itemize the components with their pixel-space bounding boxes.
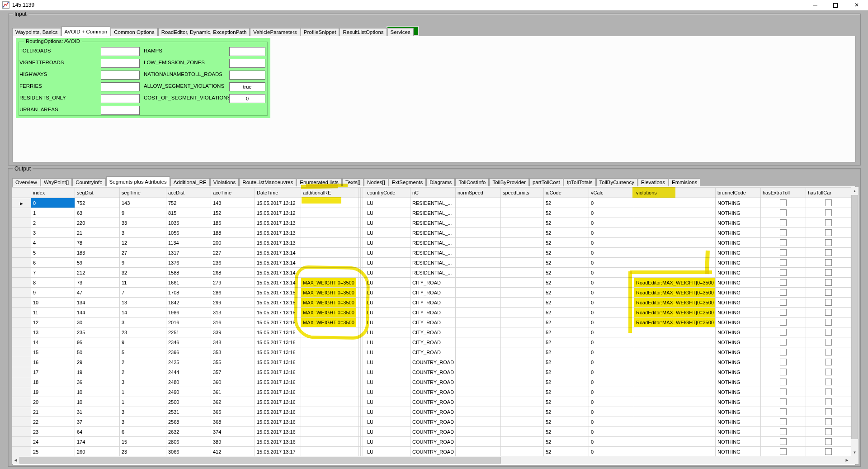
hastollcar-checkbox[interactable]	[825, 408, 832, 415]
cell-additionalre[interactable]	[301, 268, 356, 278]
cell-accdist[interactable]: 815	[166, 208, 211, 218]
cell-speedlimits[interactable]	[501, 427, 544, 437]
cell-accdist[interactable]: 1842	[166, 298, 211, 308]
cell-brunnelcode[interactable]: NOTHING	[716, 208, 761, 218]
cell-segdist[interactable]: 29	[75, 357, 120, 367]
hastollcar-checkbox[interactable]	[825, 369, 832, 375]
cell-iucode[interactable]: 52	[544, 407, 589, 417]
cell-brunnelcode[interactable]: NOTHING	[716, 407, 761, 417]
input-tab-services[interactable]: Services	[387, 28, 414, 36]
cell-acctime[interactable]: 200	[211, 238, 255, 248]
cell-brunnelcode[interactable]: NOTHING	[716, 357, 761, 367]
cell-datetime[interactable]: 15.05.2017 13:14	[255, 258, 301, 268]
hasextratoll-checkbox[interactable]	[780, 309, 787, 316]
input-tab-waypoints-basics[interactable]: Waypoints, Basics	[12, 28, 61, 36]
cell-accdist[interactable]: 1588	[166, 268, 211, 278]
cell-acctime[interactable]: 268	[211, 268, 255, 278]
cell-accdist[interactable]: 2480	[166, 377, 211, 387]
cell-datetime[interactable]: 15.05.2017 13:14	[255, 248, 301, 258]
cell-nc[interactable]: RESIDENTIAL_...	[410, 268, 456, 278]
cell-index[interactable]: 17	[31, 367, 75, 377]
cell-violations[interactable]	[634, 447, 716, 457]
cell-additionalre[interactable]	[301, 248, 356, 258]
cell-brunnelcode[interactable]: NOTHING	[716, 258, 761, 268]
cell-iucode[interactable]: 52	[544, 258, 589, 268]
hastollcar-checkbox[interactable]	[825, 239, 832, 246]
cell-countrycode[interactable]: LU	[365, 347, 410, 357]
cell-acctime[interactable]: 313	[211, 308, 255, 317]
residents-only-input[interactable]	[101, 94, 140, 103]
vertical-scroll-thumb[interactable]	[851, 195, 858, 439]
cell-violations[interactable]	[634, 397, 716, 407]
cell-nc[interactable]: COUNTRY_ROAD	[410, 417, 456, 427]
output-tab-diagrams[interactable]: Diagrams	[426, 178, 455, 186]
cell-acctime[interactable]: 339	[211, 327, 255, 337]
cell-accdist[interactable]: 2016	[166, 317, 211, 327]
cell-speedlimits[interactable]	[501, 248, 544, 258]
cell-nc[interactable]: COUNTRY_ROAD	[410, 367, 456, 377]
cell-countrycode[interactable]: LU	[365, 248, 410, 258]
input-tab-avoid-common[interactable]: AVOID + Common	[61, 26, 111, 36]
cell-index[interactable]: 22	[31, 417, 75, 427]
cell-violations[interactable]	[634, 387, 716, 397]
cell-violations[interactable]	[634, 367, 716, 377]
row-selector[interactable]	[12, 367, 31, 377]
cell-additionalre[interactable]: MAX_WEIGHT|0=3500	[301, 288, 356, 298]
column-header-accdist[interactable]: accDist	[166, 188, 211, 198]
cell-accdist[interactable]: 2568	[166, 417, 211, 427]
row-selector[interactable]	[12, 248, 31, 258]
column-header-segtime[interactable]: segTime	[120, 188, 166, 198]
cell-accdist[interactable]: 1708	[166, 288, 211, 298]
vignetteroads-input[interactable]	[101, 59, 140, 68]
cell-segtime[interactable]: 3	[120, 417, 166, 427]
cell-additionalre[interactable]	[301, 208, 356, 218]
cell-index[interactable]: 24	[31, 437, 75, 447]
cell-segtime[interactable]: 5	[120, 347, 166, 357]
cell-countrycode[interactable]: LU	[365, 447, 410, 457]
cell-datetime[interactable]: 15.05.2017 13:15	[255, 327, 301, 337]
cell-additionalre[interactable]	[301, 377, 356, 387]
output-tab-countryinfo[interactable]: CountryInfo	[72, 178, 105, 186]
cell-nc[interactable]: COUNTRY_ROAD	[410, 357, 456, 367]
cell-iucode[interactable]: 52	[544, 298, 589, 308]
cell-additionalre[interactable]	[301, 367, 356, 377]
cell-index[interactable]: 10	[31, 298, 75, 308]
hasextratoll-checkbox[interactable]	[780, 359, 787, 365]
cell-speedlimits[interactable]	[501, 198, 544, 208]
cell-vcalc[interactable]: 0	[589, 447, 634, 457]
cell-violations[interactable]: RoadEditor:MAX_WEIGHT|0=3500	[634, 317, 716, 327]
cell-nc[interactable]: COUNTRY_ROAD	[410, 397, 456, 407]
cell-segtime[interactable]: 13	[120, 298, 166, 308]
cell-additionalre[interactable]	[301, 427, 356, 437]
hastollcar-checkbox[interactable]	[825, 359, 832, 365]
cell-segdist[interactable]: 50	[75, 347, 120, 357]
cell-nc[interactable]: COUNTRY_ROAD	[410, 407, 456, 417]
cell-segtime[interactable]: 15	[120, 437, 166, 447]
cost-of-segment-violations-input[interactable]	[229, 94, 265, 103]
cell-datetime[interactable]: 15.05.2017 13:16	[255, 367, 301, 377]
row-selector[interactable]	[12, 238, 31, 248]
column-header-normspeed[interactable]: normSpeed	[456, 188, 501, 198]
cell-speedlimits[interactable]	[501, 218, 544, 228]
cell-iucode[interactable]: 52	[544, 248, 589, 258]
cell-normspeed[interactable]	[456, 228, 501, 238]
cell-countrycode[interactable]: LU	[365, 337, 410, 347]
cell-index[interactable]: 7	[31, 268, 75, 278]
cell-datetime[interactable]: 15.05.2017 13:15	[255, 308, 301, 317]
cell-countrycode[interactable]: LU	[365, 278, 410, 288]
cell-segdist[interactable]: 64	[75, 427, 120, 437]
column-header-hastollcar[interactable]: hasTollCar	[806, 188, 851, 198]
cell-nc[interactable]: RESIDENTIAL_...	[410, 248, 456, 258]
column-header-violations[interactable]: violations	[634, 188, 716, 198]
cell-violations[interactable]	[634, 258, 716, 268]
hastollcar-checkbox[interactable]	[825, 448, 832, 455]
cell-brunnelcode[interactable]: NOTHING	[716, 228, 761, 238]
cell-segtime[interactable]: 9	[120, 208, 166, 218]
cell-countrycode[interactable]: LU	[365, 407, 410, 417]
cell-acctime[interactable]: 360	[211, 377, 255, 387]
cell-violations[interactable]	[634, 228, 716, 238]
cell-vcalc[interactable]: 0	[589, 437, 634, 447]
cell-index[interactable]: 15	[31, 347, 75, 357]
cell-iucode[interactable]: 52	[544, 437, 589, 447]
cell-index[interactable]: 3	[31, 228, 75, 238]
